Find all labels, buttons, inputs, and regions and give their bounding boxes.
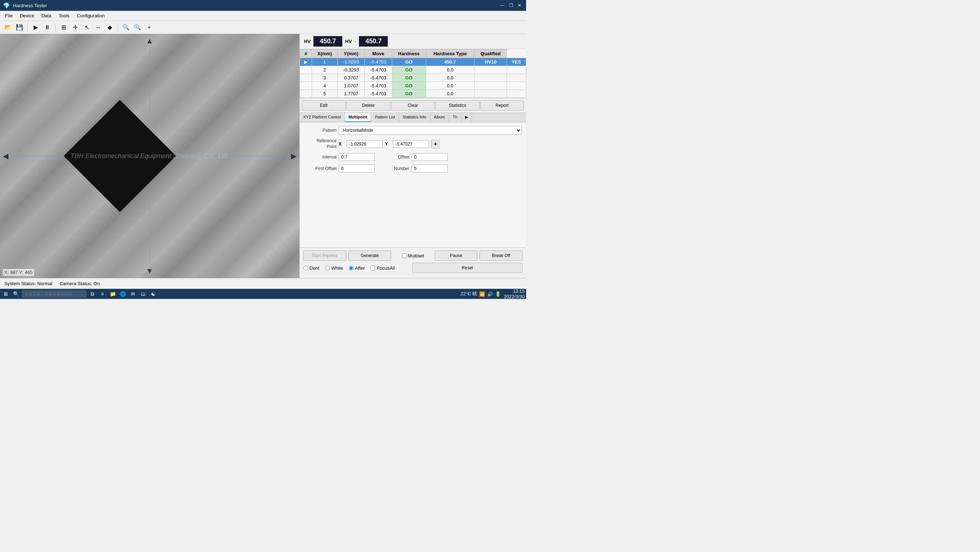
pause-button-2[interactable]: Pause (435, 251, 478, 261)
offset-input[interactable] (412, 153, 448, 161)
radio-after[interactable]: After (349, 266, 365, 271)
focus-all-checkbox[interactable] (371, 266, 375, 270)
tab-th[interactable]: Th (449, 113, 461, 122)
row-hardness-type (474, 90, 507, 98)
browser-icon[interactable]: 🌐 (118, 290, 127, 298)
app-icon-2[interactable]: ☯ (149, 290, 158, 298)
statistics-button[interactable]: Statistics (436, 100, 479, 110)
number-label: Number (377, 166, 409, 171)
hv-separator: - (355, 39, 356, 44)
tab-pattern-list[interactable]: Pattern List (371, 113, 399, 122)
row-y: -5.4703 (365, 74, 392, 82)
tab-statistics-info[interactable]: Statistics Info (399, 113, 430, 122)
multiset-checkbox[interactable] (402, 253, 407, 258)
menu-tools[interactable]: Tools (55, 11, 73, 20)
taskbar: ⊞ 🔍 ⧉ e 📁 🌐 ✉ 🗂 ☯ 22°C 晴 📶 🔊 🔋 13:15 202… (0, 289, 526, 299)
interval-input[interactable] (339, 153, 375, 161)
report-button[interactable]: Report (480, 100, 524, 110)
table-row[interactable]: 30.3707-5.4703GO0.0 (300, 74, 526, 82)
title-bar-title: Hardness Tester (13, 3, 47, 8)
open-button[interactable]: 📂 (3, 22, 13, 32)
control-panel: Pattern HorizontalMode VerticalMode Grid… (300, 122, 526, 247)
first-offset-input[interactable] (339, 165, 375, 173)
row-qualified (507, 66, 526, 74)
table-row[interactable]: ▶1-1.0293-5.4703GO450.7HV10YES (300, 58, 526, 66)
cross-button[interactable]: ✛ (70, 22, 80, 32)
break-off-button[interactable]: Break Off (479, 251, 522, 261)
menu-data[interactable]: Data (38, 11, 55, 20)
radio-while[interactable]: While (325, 266, 343, 271)
grid-button[interactable]: ⊞ (59, 22, 68, 32)
row-indicator: ▶ (300, 58, 312, 66)
taskbar-search-input[interactable] (22, 290, 87, 298)
pause-button[interactable]: ⏸ (42, 22, 52, 32)
play-button[interactable]: ▶ (31, 22, 41, 32)
focus-all-checkbox-label[interactable]: FocusAll (371, 266, 395, 271)
arrow-left[interactable]: ◀ (3, 152, 8, 160)
row-hardness-type (474, 82, 507, 90)
pattern-select[interactable]: HorizontalMode VerticalMode GridMode (339, 126, 522, 135)
start-button[interactable]: ⊞ (2, 290, 10, 298)
arrow-top[interactable]: ▲ (146, 37, 153, 45)
zoom-out-button[interactable]: 🔍 (132, 22, 143, 32)
app-icon-1[interactable]: 🗂 (138, 290, 147, 298)
folder-icon[interactable]: 📁 (108, 290, 117, 298)
select-button[interactable]: ↖ (82, 22, 92, 32)
row-hardness-type (474, 74, 507, 82)
minimize-button[interactable]: — (499, 2, 506, 9)
multiset-checkbox-label[interactable]: Multiset (393, 251, 433, 261)
task-view-button[interactable]: ⧉ (88, 290, 97, 298)
row-hardness: 0.0 (426, 82, 474, 90)
table-row[interactable]: 2-0.3293-5.4703GO0.0 (300, 66, 526, 74)
tab-multipoint[interactable]: Multipoint (345, 113, 372, 122)
save-button[interactable]: 💾 (14, 22, 25, 32)
arrow-bottom[interactable]: ▼ (146, 267, 153, 275)
restore-button[interactable]: ❐ (508, 2, 515, 9)
zoom-in-button[interactable]: 🔍 (121, 22, 131, 32)
generate-button[interactable]: Generate (348, 251, 391, 261)
radio-dont[interactable]: Dont (303, 266, 319, 271)
reference-point-plus-button[interactable]: + (431, 140, 440, 148)
radio-while-input[interactable] (325, 266, 330, 270)
mail-icon[interactable]: ✉ (129, 290, 137, 298)
clear-button[interactable]: Clear (391, 100, 435, 110)
arrow-right[interactable]: ▶ (291, 152, 296, 160)
tab-xyz[interactable]: XYZ Platform Control (300, 113, 345, 122)
menu-configuration[interactable]: Configuration (73, 11, 108, 20)
start-impress-button[interactable]: Start Impress (303, 251, 346, 261)
number-input[interactable] (412, 165, 448, 173)
bottom-buttons: Start Impress Generate Multiset Pause Br… (300, 247, 526, 278)
table-row[interactable]: 51.7707-5.4703GO0.0 (300, 90, 526, 98)
radio-dont-input[interactable] (303, 266, 308, 270)
edge-icon[interactable]: e (98, 290, 107, 298)
row-hardness-type: HV10 (474, 58, 507, 66)
measure-button[interactable]: ↔ (93, 22, 103, 32)
system-tray: 22°C 晴 📶 🔊 🔋 (460, 291, 501, 297)
menu-bar: File Device Data Tools Configuration (0, 11, 526, 21)
row-x: 1.0707 (337, 82, 365, 90)
add-button[interactable]: ＋ (144, 22, 154, 32)
multiset-label: Multiset (408, 253, 424, 258)
delete-button[interactable]: Delete (346, 100, 390, 110)
close-button[interactable]: ✕ (516, 2, 523, 9)
tab-more[interactable]: ▶ (461, 113, 472, 122)
first-offset-number-row: First Offset Number (304, 165, 522, 173)
radio-after-input[interactable] (349, 266, 353, 270)
hardness-indent (64, 100, 176, 212)
title-bar-controls: — ❐ ✕ (499, 2, 523, 9)
search-icon[interactable]: 🔍 (11, 290, 20, 298)
image-panel[interactable]: TBH Electromechanical Equipment (Zhejian… (0, 34, 299, 278)
reference-x-input[interactable] (347, 140, 383, 148)
reference-y-input[interactable] (393, 140, 429, 148)
table-row[interactable]: 41.0707-5.4703GO0.0 (300, 82, 526, 90)
shape-button[interactable]: ◆ (105, 22, 115, 32)
col-x: X(mm) (312, 49, 337, 58)
row-hardness-type (474, 66, 507, 74)
hv-label-1: HV (304, 39, 310, 44)
menu-file[interactable]: File (2, 11, 16, 20)
reference-point-row: ReferencePoint X Y + (304, 138, 522, 150)
edit-button[interactable]: Edit (302, 100, 345, 110)
reset-button[interactable]: Reset (412, 263, 523, 273)
menu-device[interactable]: Device (16, 11, 38, 20)
tab-album[interactable]: Album (430, 113, 449, 122)
